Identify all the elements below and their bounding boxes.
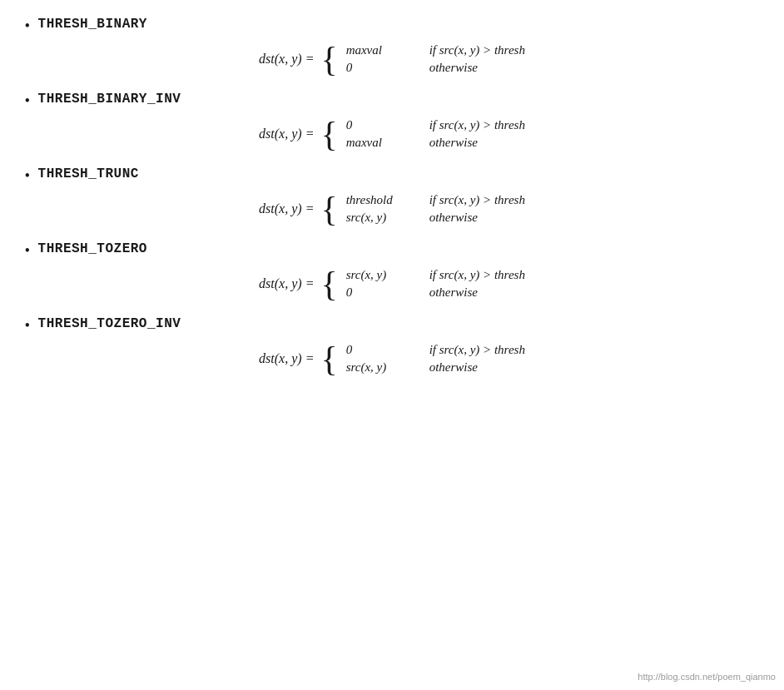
bullet-3: • [25, 168, 30, 183]
case-row-3-1: threshold if src(x, y) > thresh [346, 193, 525, 207]
case-row-5-2: src(x, y) otherwise [346, 360, 525, 375]
case-value-1-2: 0 [346, 61, 413, 75]
case-cond-4-1: if src(x, y) > thresh [429, 268, 525, 282]
case-value-3-1: threshold [346, 193, 413, 207]
title-thresh-trunc: THRESH_TRUNC [38, 166, 139, 181]
cases-1: maxval if src(x, y) > thresh 0 otherwise [346, 43, 525, 75]
bullet-4: • [25, 243, 30, 258]
bullet-5: • [25, 318, 30, 333]
case-row-4-2: 0 otherwise [346, 285, 525, 300]
case-value-2-1: 0 [346, 118, 413, 132]
brace-2: { 0 if src(x, y) > thresh maxval otherwi… [320, 117, 524, 151]
case-row-4-1: src(x, y) if src(x, y) > thresh [346, 268, 525, 282]
brace-3: { threshold if src(x, y) > thresh src(x,… [320, 191, 524, 226]
lhs-2: dst(x, y) = [259, 127, 314, 141]
case-value-1-1: maxval [346, 43, 413, 57]
case-value-3-2: src(x, y) [346, 211, 413, 225]
case-cond-2-1: if src(x, y) > thresh [429, 118, 525, 132]
formula-thresh-trunc: dst(x, y) = { threshold if src(x, y) > t… [25, 191, 759, 226]
brace-symbol-3: { [320, 191, 337, 226]
bullet-1: • [25, 18, 30, 33]
case-row-3-2: src(x, y) otherwise [346, 211, 525, 225]
cases-4: src(x, y) if src(x, y) > thresh 0 otherw… [346, 268, 525, 300]
brace-1: { maxval if src(x, y) > thresh 0 otherwi… [320, 42, 524, 77]
title-thresh-tozero: THRESH_TOZERO [38, 241, 147, 256]
main-content: • THRESH_BINARY dst(x, y) = { maxval if … [25, 17, 759, 376]
lhs-4: dst(x, y) = [259, 276, 314, 291]
case-cond-1-1: if src(x, y) > thresh [429, 43, 525, 57]
formula-thresh-tozero: dst(x, y) = { src(x, y) if src(x, y) > t… [25, 266, 759, 301]
brace-5: { 0 if src(x, y) > thresh src(x, y) othe… [320, 341, 524, 376]
case-value-5-2: src(x, y) [346, 360, 413, 375]
formula-thresh-binary-inv: dst(x, y) = { 0 if src(x, y) > thresh ma… [25, 117, 759, 151]
section-thresh-trunc: • THRESH_TRUNC dst(x, y) = { threshold i… [25, 166, 759, 226]
section-thresh-tozero: • THRESH_TOZERO dst(x, y) = { src(x, y) … [25, 241, 759, 301]
cases-3: threshold if src(x, y) > thresh src(x, y… [346, 193, 525, 225]
formula-thresh-tozero-inv: dst(x, y) = { 0 if src(x, y) > thresh sr… [25, 341, 759, 376]
section-thresh-tozero-inv: • THRESH_TOZERO_INV dst(x, y) = { 0 if s… [25, 316, 759, 376]
title-thresh-binary: THRESH_BINARY [38, 17, 147, 32]
case-cond-5-1: if src(x, y) > thresh [429, 343, 525, 357]
case-cond-4-2: otherwise [429, 285, 478, 300]
cases-2: 0 if src(x, y) > thresh maxval otherwise [346, 118, 525, 150]
case-cond-3-2: otherwise [429, 211, 478, 225]
brace-symbol-1: { [320, 42, 337, 77]
section-thresh-binary-inv: • THRESH_BINARY_INV dst(x, y) = { 0 if s… [25, 92, 759, 151]
case-value-4-1: src(x, y) [346, 268, 413, 282]
lhs-3: dst(x, y) = [259, 201, 314, 216]
lhs-5: dst(x, y) = [259, 351, 314, 366]
case-cond-3-1: if src(x, y) > thresh [429, 193, 525, 207]
case-value-2-2: maxval [346, 136, 413, 150]
lhs-1: dst(x, y) = [259, 52, 314, 67]
cases-5: 0 if src(x, y) > thresh src(x, y) otherw… [346, 343, 525, 375]
title-thresh-binary-inv: THRESH_BINARY_INV [38, 92, 181, 107]
case-cond-1-2: otherwise [429, 61, 478, 75]
case-row-1-1: maxval if src(x, y) > thresh [346, 43, 525, 57]
brace-symbol-2: { [320, 117, 337, 151]
title-thresh-tozero-inv: THRESH_TOZERO_INV [38, 316, 181, 331]
case-row-5-1: 0 if src(x, y) > thresh [346, 343, 525, 357]
formula-thresh-binary: dst(x, y) = { maxval if src(x, y) > thre… [25, 42, 759, 77]
case-value-5-1: 0 [346, 343, 413, 357]
section-thresh-binary: • THRESH_BINARY dst(x, y) = { maxval if … [25, 17, 759, 77]
case-cond-5-2: otherwise [429, 360, 478, 375]
brace-symbol-5: { [320, 341, 337, 376]
case-row-2-2: maxval otherwise [346, 136, 525, 150]
brace-symbol-4: { [320, 266, 337, 301]
bullet-2: • [25, 93, 30, 108]
case-row-2-1: 0 if src(x, y) > thresh [346, 118, 525, 132]
brace-4: { src(x, y) if src(x, y) > thresh 0 othe… [320, 266, 524, 301]
case-row-1-2: 0 otherwise [346, 61, 525, 75]
watermark: http://blog.csdn.net/poem_qianmo [638, 672, 776, 682]
case-cond-2-2: otherwise [429, 136, 478, 150]
case-value-4-2: 0 [346, 285, 413, 300]
